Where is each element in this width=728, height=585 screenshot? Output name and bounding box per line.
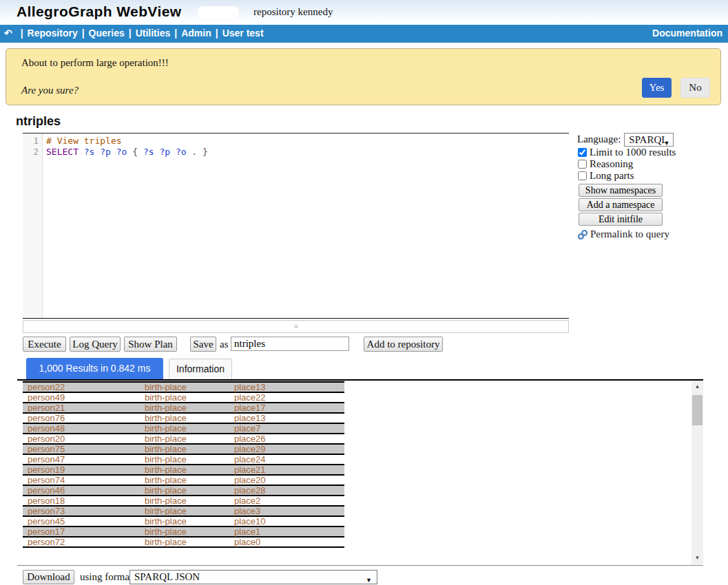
show-plan-button[interactable]: Show Plan	[124, 337, 177, 352]
result-cell[interactable]: person19	[23, 465, 145, 474]
result-cell[interactable]: person74	[23, 476, 145, 485]
table-row: person19birth-placeplace21	[23, 465, 344, 476]
result-cell[interactable]: place17	[234, 403, 344, 412]
chevron-down-icon: ▼	[663, 137, 669, 149]
tab-results[interactable]: 1,000 Results in 0.842 ms	[26, 358, 163, 379]
result-cell[interactable]: birth-place	[145, 445, 234, 454]
tab-information[interactable]: Information	[169, 359, 232, 379]
query-options-panel: Language: SPARQL ▼ Limit to 1000 results…	[577, 132, 726, 240]
checkbox[interactable]	[578, 148, 587, 157]
format-select[interactable]: SPARQL JSON ▼	[129, 570, 377, 584]
editor-resize-handle[interactable]: ≡	[23, 320, 569, 333]
result-cell[interactable]: place28	[234, 486, 344, 495]
nav-item-queries[interactable]: Queries	[89, 28, 125, 39]
scrollbar-thumb[interactable]	[692, 395, 703, 425]
nav-item-utilities[interactable]: Utilities	[136, 28, 171, 39]
result-cell[interactable]: place1	[234, 527, 344, 536]
result-cell[interactable]: birth-place	[145, 434, 234, 443]
result-cell[interactable]: person21	[23, 403, 145, 412]
option-long-parts[interactable]: Long parts	[577, 170, 726, 182]
result-cell[interactable]: place2	[234, 496, 344, 505]
add-to-repository-button[interactable]: Add to repository	[364, 337, 443, 352]
result-cell[interactable]: birth-place	[145, 486, 234, 495]
nav-item-admin[interactable]: Admin	[181, 28, 211, 39]
show-namespaces-button[interactable]: Show namespaces	[579, 184, 663, 197]
table-row: person76birth-placeplace13	[23, 414, 344, 424]
option-limit-to-1000-results[interactable]: Limit to 1000 results	[577, 147, 726, 158]
back-icon[interactable]: ↶	[4, 28, 12, 39]
result-cell[interactable]: place7	[234, 424, 344, 433]
checkbox[interactable]	[578, 171, 587, 180]
language-label: Language:	[577, 134, 621, 145]
results-scrollbar[interactable]: ▲ ▼	[691, 381, 703, 564]
checkbox[interactable]	[578, 160, 587, 169]
result-cell[interactable]: person22	[23, 383, 145, 392]
result-cell[interactable]: birth-place	[145, 403, 234, 412]
result-cell[interactable]: person75	[23, 445, 145, 454]
result-cell[interactable]: person76	[23, 414, 145, 423]
result-cell[interactable]: person73	[23, 507, 145, 515]
save-button[interactable]: Save	[190, 337, 216, 352]
code-lines[interactable]: # View triplesSELECT ?s ?p ?o { ?s ?p ?o…	[43, 134, 569, 318]
result-cell[interactable]: place13	[234, 383, 344, 392]
result-cell[interactable]: person46	[23, 486, 145, 495]
execute-button[interactable]: Execute	[23, 337, 66, 352]
log-query-button[interactable]: Log Query	[70, 337, 121, 352]
result-cell[interactable]: person48	[23, 424, 145, 433]
result-cell[interactable]: place24	[234, 455, 344, 464]
result-cell[interactable]: place20	[234, 476, 344, 485]
result-cell[interactable]: birth-place	[145, 465, 234, 474]
permalink-link[interactable]: Permalink to query	[577, 228, 726, 240]
result-cell[interactable]: person47	[23, 455, 145, 464]
result-cell[interactable]: person17	[23, 527, 145, 536]
result-cell[interactable]: birth-place	[145, 414, 234, 423]
add-a-namespace-button[interactable]: Add a namespace	[579, 198, 663, 211]
nav-item-repository[interactable]: Repository	[28, 28, 78, 39]
option-reasoning[interactable]: Reasoning	[577, 158, 726, 170]
nav-item-documentation[interactable]: Documentation	[652, 28, 722, 39]
result-cell[interactable]: person72	[23, 538, 145, 546]
scroll-down-icon[interactable]: ▼	[691, 553, 703, 563]
result-cell[interactable]: birth-place	[145, 393, 234, 402]
code-token: ?o	[176, 147, 187, 157]
code-line[interactable]: SELECT ?s ?p ?o { ?s ?p ?o . }	[46, 147, 569, 158]
result-cell[interactable]: place10	[234, 517, 344, 526]
scroll-up-icon[interactable]: ▲	[691, 381, 703, 392]
result-cell[interactable]: place21	[234, 465, 344, 474]
table-row: person22birth-placeplace13	[23, 383, 344, 393]
result-cell[interactable]: birth-place	[145, 476, 234, 485]
query-editor[interactable]: 12 # View triplesSELECT ?s ?p ?o { ?s ?p…	[23, 133, 569, 319]
code-token: ?p	[159, 147, 170, 157]
code-token: ?s	[143, 147, 154, 157]
result-cell[interactable]: birth-place	[145, 424, 234, 433]
result-cell[interactable]: place0	[234, 538, 344, 546]
language-select[interactable]: SPARQL ▼	[624, 133, 674, 147]
save-name-input[interactable]	[231, 337, 349, 351]
result-cell[interactable]: place22	[234, 393, 344, 402]
resize-grip-icon[interactable]: ≡	[23, 321, 568, 332]
yes-button[interactable]: Yes	[642, 78, 672, 98]
result-cell[interactable]: person18	[23, 496, 145, 505]
table-row: person46birth-placeplace28	[23, 486, 344, 496]
result-cell[interactable]: birth-place	[145, 383, 234, 392]
result-cell[interactable]: place29	[234, 445, 344, 454]
result-cell[interactable]: birth-place	[145, 496, 234, 505]
result-cell[interactable]: birth-place	[145, 538, 234, 546]
nav-item-user-test[interactable]: User test	[222, 28, 264, 39]
edit-initfile-button[interactable]: Edit initfile	[579, 213, 663, 226]
result-cell[interactable]: birth-place	[145, 517, 234, 526]
result-cell[interactable]: birth-place	[145, 455, 234, 464]
code-token: . }	[187, 147, 208, 157]
result-cell[interactable]: birth-place	[145, 507, 234, 515]
result-cell[interactable]: person20	[23, 434, 145, 443]
result-cell[interactable]: place3	[234, 507, 344, 515]
no-button[interactable]: No	[680, 78, 710, 98]
result-cell[interactable]: place13	[234, 414, 344, 423]
result-cell[interactable]: person49	[23, 393, 145, 402]
download-button[interactable]: Download	[23, 570, 74, 584]
result-cell[interactable]: person45	[23, 517, 145, 526]
result-cell[interactable]: place26	[234, 434, 344, 443]
nav-separator: |	[21, 28, 23, 39]
code-line[interactable]: # View triples	[46, 136, 569, 147]
result-cell[interactable]: birth-place	[145, 527, 234, 536]
